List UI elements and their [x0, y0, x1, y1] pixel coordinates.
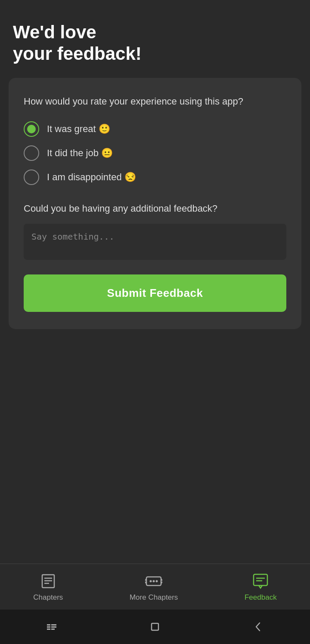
svg-point-7 — [156, 580, 158, 582]
feedback-card: How would you rate your experience using… — [9, 78, 301, 330]
android-home-button[interactable] — [149, 620, 161, 633]
android-back-button[interactable] — [252, 620, 265, 633]
svg-rect-16 — [51, 629, 55, 630]
svg-point-5 — [150, 580, 152, 582]
bottom-nav: Chapters More Chapters — [0, 564, 310, 610]
svg-rect-8 — [254, 574, 267, 585]
svg-rect-13 — [47, 629, 50, 630]
nav-item-feedback[interactable]: Feedback — [245, 573, 277, 602]
android-recents-button[interactable] — [45, 620, 58, 633]
svg-rect-11 — [47, 624, 50, 626]
svg-point-6 — [153, 580, 155, 582]
svg-rect-17 — [152, 623, 158, 630]
option-disappointed[interactable]: I am disappointed 😒 — [24, 169, 286, 185]
nav-item-more-chapters[interactable]: More Chapters — [130, 573, 178, 602]
page-title: We'd love your feedback! — [13, 22, 297, 65]
option-job-label: It did the job 😐 — [47, 148, 113, 159]
nav-item-chapters[interactable]: Chapters — [33, 573, 63, 602]
radio-great[interactable] — [24, 121, 39, 137]
nav-label-chapters: Chapters — [33, 593, 63, 602]
nav-label-feedback: Feedback — [245, 593, 277, 602]
nav-label-more-chapters: More Chapters — [130, 593, 178, 602]
svg-rect-15 — [51, 626, 56, 628]
more-chapters-icon — [145, 573, 162, 590]
additional-feedback-label: Could you be having any additional feedb… — [24, 202, 286, 216]
spacer — [0, 329, 310, 564]
svg-rect-14 — [51, 624, 56, 626]
option-disappointed-label: I am disappointed 😒 — [47, 172, 136, 183]
option-job[interactable]: It did the job 😐 — [24, 145, 286, 161]
feedback-textarea[interactable] — [24, 224, 286, 260]
header: We'd love your feedback! — [0, 0, 310, 78]
radio-job[interactable] — [24, 145, 39, 161]
android-nav-bar — [0, 610, 310, 644]
radio-disappointed[interactable] — [24, 169, 39, 185]
rating-question: How would you rate your experience using… — [24, 95, 286, 108]
option-great-label: It was great 🙂 — [47, 123, 110, 135]
svg-rect-12 — [47, 626, 50, 628]
feedback-icon — [252, 573, 269, 590]
rating-options: It was great 🙂 It did the job 😐 I am dis… — [24, 121, 286, 185]
chapters-icon — [40, 573, 57, 590]
submit-feedback-button[interactable]: Submit Feedback — [24, 274, 286, 312]
option-great[interactable]: It was great 🙂 — [24, 121, 286, 137]
